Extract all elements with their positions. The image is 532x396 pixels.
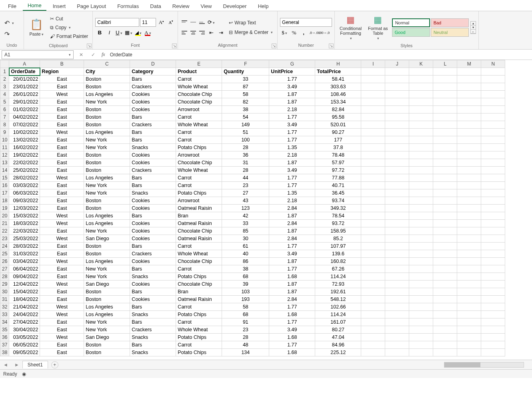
cell[interactable] xyxy=(457,159,481,167)
cell[interactable] xyxy=(409,326,433,334)
cell[interactable]: 12/04/2022 xyxy=(9,281,40,288)
cell[interactable]: East xyxy=(40,189,84,197)
cell[interactable]: Boston xyxy=(84,243,130,250)
percent-format-button[interactable]: % xyxy=(290,28,298,37)
cell[interactable]: 09/03/2022 xyxy=(9,197,40,205)
cell[interactable]: 68 xyxy=(222,311,269,318)
cell[interactable]: 39 xyxy=(222,281,269,288)
row-header[interactable]: 28 xyxy=(0,273,9,281)
cell[interactable]: Carrot xyxy=(176,243,222,250)
cell[interactable]: Arrowroot xyxy=(176,106,222,113)
sheet-prev-button[interactable]: ◄ xyxy=(0,362,11,368)
cancel-formula-button[interactable]: ✕ xyxy=(79,52,83,58)
cell[interactable]: Boston xyxy=(84,151,130,159)
cell[interactable] xyxy=(361,265,385,273)
cell[interactable]: 20/01/2022 xyxy=(9,76,40,83)
cell[interactable]: Region xyxy=(40,68,84,76)
cell[interactable] xyxy=(457,113,481,121)
cell[interactable]: Snacks xyxy=(130,349,176,356)
row-header[interactable]: 25 xyxy=(0,250,9,258)
row-header[interactable]: 32 xyxy=(0,303,9,311)
cell[interactable] xyxy=(361,144,385,151)
cell[interactable] xyxy=(457,189,481,197)
cell[interactable]: West xyxy=(40,220,84,227)
cell[interactable]: 26/01/2022 xyxy=(9,91,40,98)
cell[interactable] xyxy=(481,144,505,151)
cell[interactable]: 1.77 xyxy=(269,174,315,182)
cell[interactable] xyxy=(433,83,457,91)
cell[interactable] xyxy=(433,129,457,136)
cell[interactable]: 103 xyxy=(222,288,269,296)
cell[interactable]: Crackers xyxy=(130,83,176,91)
cell[interactable]: 3.49 xyxy=(269,250,315,258)
cell[interactable]: East xyxy=(40,98,84,106)
cell[interactable]: 28 xyxy=(222,334,269,341)
cell[interactable]: OrderDate xyxy=(9,68,40,76)
cell[interactable]: Chocolate Chip xyxy=(176,91,222,98)
cell[interactable]: 149 xyxy=(222,121,269,129)
row-header[interactable]: 3 xyxy=(0,83,9,91)
cell[interactable] xyxy=(457,98,481,106)
number-launcher[interactable]: ↘ xyxy=(329,44,334,48)
cell[interactable] xyxy=(361,197,385,205)
cell[interactable] xyxy=(457,258,481,265)
cell[interactable] xyxy=(361,106,385,113)
cell[interactable] xyxy=(457,129,481,136)
cell[interactable] xyxy=(481,265,505,273)
cell[interactable] xyxy=(457,220,481,227)
cell[interactable] xyxy=(385,235,409,243)
cell[interactable] xyxy=(433,189,457,197)
cell[interactable]: New York xyxy=(84,182,130,189)
format-painter-button[interactable]: 🖌Format Painter xyxy=(48,32,90,40)
cell[interactable] xyxy=(433,197,457,205)
cell[interactable] xyxy=(409,334,433,341)
cell[interactable]: Cookies xyxy=(130,227,176,235)
cell[interactable] xyxy=(481,205,505,212)
cell[interactable]: 139.6 xyxy=(315,250,361,258)
cell[interactable]: Boston xyxy=(84,106,130,113)
cell[interactable] xyxy=(409,144,433,151)
cell[interactable]: 225.12 xyxy=(315,349,361,356)
cell[interactable]: 16/02/2022 xyxy=(9,144,40,151)
cell[interactable]: 1.87 xyxy=(269,258,315,265)
tab-home[interactable]: Home xyxy=(23,1,46,11)
row-header[interactable]: 22 xyxy=(0,227,9,235)
cell[interactable] xyxy=(409,151,433,159)
row-header[interactable]: 10 xyxy=(0,136,9,144)
comma-format-button[interactable]: , xyxy=(299,28,308,37)
cell[interactable]: Potato Chips xyxy=(176,273,222,281)
cell[interactable]: 03/03/2022 xyxy=(9,182,40,189)
cell[interactable] xyxy=(481,349,505,356)
cell[interactable] xyxy=(361,303,385,311)
row-header[interactable]: 17 xyxy=(0,189,9,197)
row-header[interactable]: 31 xyxy=(0,296,9,303)
cell[interactable]: Potato Chips xyxy=(176,311,222,318)
wrap-text-button[interactable]: ↩Wrap Text xyxy=(227,19,258,27)
row-header[interactable]: 5 xyxy=(0,98,9,106)
cell[interactable] xyxy=(361,121,385,129)
cell[interactable]: 114.24 xyxy=(315,273,361,281)
cell[interactable] xyxy=(457,167,481,174)
cell[interactable]: Whole Wheat xyxy=(176,326,222,334)
cell[interactable]: San Diego xyxy=(84,334,130,341)
cell[interactable] xyxy=(409,235,433,243)
cell[interactable]: Chocolate Chip xyxy=(176,258,222,265)
decrease-font-button[interactable]: A▾ xyxy=(166,18,175,27)
cell[interactable]: 22/02/2022 xyxy=(9,159,40,167)
cell[interactable]: West xyxy=(40,174,84,182)
row-header[interactable]: 21 xyxy=(0,220,9,227)
cell[interactable]: 15/03/2022 xyxy=(9,212,40,220)
cell[interactable]: East xyxy=(40,113,84,121)
cell[interactable] xyxy=(409,311,433,318)
cell[interactable] xyxy=(481,174,505,182)
cell[interactable] xyxy=(385,197,409,205)
cell[interactable] xyxy=(481,273,505,281)
cell[interactable]: 36 xyxy=(222,151,269,159)
cell[interactable]: 1.77 xyxy=(269,341,315,349)
cell[interactable]: 10/02/2022 xyxy=(9,129,40,136)
col-header-B[interactable]: B xyxy=(40,60,84,68)
cell[interactable] xyxy=(409,281,433,288)
style-bad[interactable]: Bad xyxy=(431,18,469,27)
cell[interactable]: 153.34 xyxy=(315,98,361,106)
cell[interactable]: New York xyxy=(84,326,130,334)
